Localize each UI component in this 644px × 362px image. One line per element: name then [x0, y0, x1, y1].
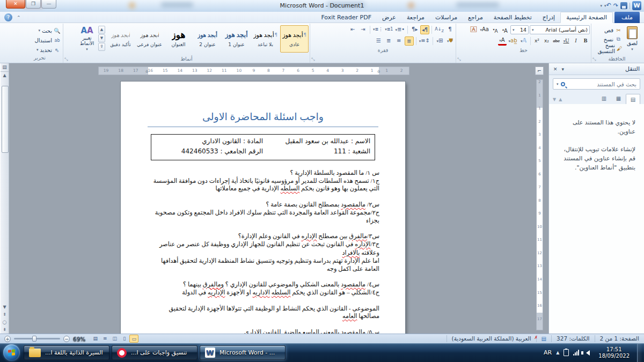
search-icon[interactable] [561, 82, 565, 86]
tab-browse-headings[interactable]: ▤ [626, 94, 640, 105]
taskbar-button-folder[interactable]: السيرة الذاتية باللغة ا... [24, 345, 109, 360]
highlight-color-button[interactable]: ab̲▾ [508, 36, 518, 46]
gallery-up-icon[interactable]: ▲ [98, 26, 105, 34]
superscript-button[interactable]: x² [533, 36, 541, 46]
decrease-indent-button[interactable]: ⇥ [358, 25, 368, 34]
language-indicator[interactable]: العربية (المملكة العربية السعودية) [447, 335, 536, 342]
previous-page-icon[interactable]: ⇞ [1, 311, 9, 319]
dialog-launcher-icon[interactable]: ⤡ [64, 57, 68, 62]
increase-indent-button[interactable]: ⇤ [348, 25, 357, 34]
vertical-scrollbar[interactable]: ▤ ▲ ▼ ⇞ ◯ ⇟ [0, 63, 9, 334]
font-color-button[interactable]: A▾ [498, 37, 507, 46]
reading-view-icon[interactable]: ▯ [120, 335, 129, 343]
align-left-button[interactable]: ≣ [384, 36, 393, 46]
style-normal[interactable]: ¶أبجد هوزعادي [280, 25, 309, 53]
tab-stop-selector[interactable]: ⌐ [535, 67, 544, 75]
gallery-down-icon[interactable]: ▼ [98, 34, 105, 42]
right-indent-marker[interactable]: ⌂ [377, 68, 381, 74]
draft-view-icon[interactable]: ▤ [91, 335, 100, 343]
style-no-spacing[interactable]: ¶أبجد هوزبلا تباعد [251, 25, 280, 53]
align-right-button[interactable]: ≣ [405, 36, 414, 46]
tab-browse-results[interactable]: ▥ [597, 93, 611, 105]
network-icon[interactable] [573, 350, 579, 356]
tab-page-layout[interactable]: تخطيط الصفحة [488, 12, 537, 23]
language-tray-indicator[interactable]: AR [544, 349, 552, 356]
clear-formatting-button[interactable]: 🄰 [470, 25, 478, 34]
page-indicator[interactable]: الصفحة: 1 من 2 [595, 335, 644, 342]
gallery-more-icon[interactable]: ⊽ [98, 43, 105, 51]
change-case-button[interactable]: Aa▾ [479, 25, 490, 34]
vertical-ruler[interactable]: 211234567891011121314151617 [536, 79, 543, 330]
horizontal-ruler[interactable]: 2112345678910111213141516171819 ⌂ ⌂ [98, 67, 409, 75]
action-center-icon[interactable] [564, 349, 569, 356]
bullets-button[interactable]: •≣▾ [394, 25, 405, 34]
font-name-combo[interactable]: (نص أساسي) Arial▾ [530, 25, 590, 34]
zoom-slider-thumb[interactable] [32, 336, 36, 342]
hidden-icons-icon[interactable]: ▲ [556, 350, 559, 355]
taskbar-button-opera[interactable]: تنسيق واجبات على ا... [112, 345, 197, 360]
document-body[interactable]: س ١/ ما المقصود بالسلطة الإدارية ؟ج١/ تس… [147, 169, 379, 334]
select-button[interactable]: ⇖تحديد▾ [18, 46, 62, 54]
undo-icon[interactable]: ↶▾ [604, 1, 611, 10]
zoom-level[interactable]: 69% [73, 336, 85, 342]
chevron-down-icon[interactable]: ▾ [557, 82, 559, 86]
redo-icon[interactable]: ↷ [613, 2, 618, 10]
tab-browse-pages[interactable]: ▦ [611, 93, 626, 105]
change-styles-button[interactable]: AA تغيير الأنماط ▾ [76, 24, 98, 52]
subscript-button[interactable]: x₂ [543, 36, 551, 46]
show-paragraph-marks-button[interactable]: ¶ [445, 25, 455, 34]
shrink-font-button[interactable]: A▾ [491, 25, 500, 34]
help-icon[interactable]: ? [4, 13, 12, 21]
tab-file[interactable]: ملف [614, 12, 640, 23]
select-browse-object-icon[interactable]: ◯ [1, 319, 9, 326]
style-heading2[interactable]: أبجد هوزعنوان 2 [193, 25, 222, 53]
tab-mailings[interactable]: مراسلات [430, 12, 463, 23]
zoom-in-icon[interactable]: + [4, 336, 11, 342]
save-icon[interactable] [620, 2, 627, 9]
style-title[interactable]: هوزالعنوان [164, 25, 193, 53]
search-input[interactable]: بحث في المستند ▾ [553, 78, 640, 90]
customize-qat-icon[interactable]: ▾ [601, 2, 603, 10]
chevron-down-icon[interactable]: ▾ [562, 67, 565, 72]
minimize-button[interactable]: — [41, 0, 56, 9]
clock[interactable]: 17:51 18/09/2022 [595, 346, 633, 359]
collapse-ribbon-icon[interactable]: ⌃ [17, 15, 21, 20]
tab-review[interactable]: مراجعة [401, 12, 430, 23]
line-spacing-button[interactable]: ⇕≡▾ [419, 36, 430, 46]
ltr-direction-button[interactable]: ▸¶ [410, 25, 419, 34]
proofing-errors-icon[interactable]: ▤✗ [536, 335, 551, 342]
volume-icon[interactable] [583, 350, 590, 356]
shading-button[interactable]: ⛊▾ [445, 36, 455, 46]
close-button[interactable]: ✕ [6, 0, 25, 9]
tab-foxit[interactable]: Foxit Reader PDF [316, 12, 377, 23]
style-heading1[interactable]: أبجد هوزعنوان 1 [222, 25, 251, 53]
bold-button[interactable]: B [581, 36, 590, 46]
tab-view[interactable]: عرض [377, 12, 401, 23]
next-page-icon[interactable]: ⇟ [1, 326, 9, 334]
text-effects-button[interactable]: 𝔸▾ [519, 36, 528, 46]
title-bar[interactable]: Microsoft Word - Document1 ✕ ❐ — W ↷ ↶▾ … [0, 0, 644, 12]
outline-view-icon[interactable]: ≡ [100, 335, 109, 343]
tab-home[interactable]: الصفحة الرئيسية [560, 12, 613, 23]
start-button[interactable] [3, 344, 20, 361]
word-count[interactable]: الكلمات: 327 [551, 335, 594, 342]
underline-button[interactable]: U▾ [562, 36, 570, 46]
multilevel-list-button[interactable]: ⋮≣▾ [372, 25, 383, 34]
ruler-toggle-icon[interactable]: ▤ [1, 63, 9, 72]
style-subtitle[interactable]: أبجد هوزعنوان فرعي [135, 25, 164, 53]
borders-button[interactable]: ⊞▾ [435, 36, 444, 46]
document-page[interactable]: واجب اسئلة المحاضرة الاولى الاسم : عبدال… [121, 82, 405, 334]
dialog-launcher-icon[interactable]: ⤡ [311, 57, 314, 62]
zoom-slider[interactable] [14, 338, 60, 339]
dialog-launcher-icon[interactable]: ⤡ [457, 57, 460, 62]
grow-font-button[interactable]: A▴ [501, 25, 509, 34]
scrollbar-thumb[interactable] [2, 86, 9, 153]
previous-result-icon[interactable]: ▲ [559, 97, 562, 102]
taskbar-button-word[interactable]: WMicrosoft Word - ... [200, 345, 286, 360]
next-result-icon[interactable]: ▼ [553, 97, 556, 102]
find-button[interactable]: 🔍بحث▾ [18, 26, 62, 35]
restore-button[interactable]: ❐ [26, 0, 41, 9]
cut-button[interactable]: ✂قص [592, 26, 623, 34]
align-center-button[interactable]: ≡ [394, 36, 404, 46]
dialog-launcher-icon[interactable]: ⤡ [592, 57, 596, 62]
